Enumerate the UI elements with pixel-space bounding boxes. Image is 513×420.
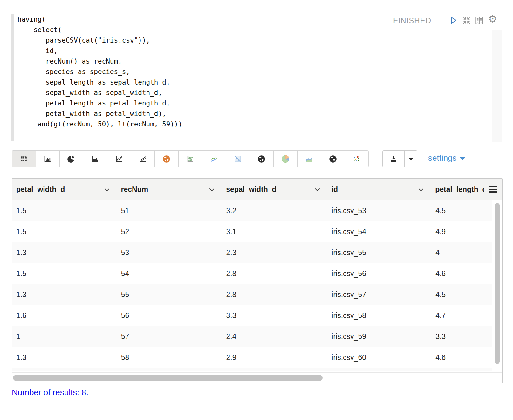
table-body: 1.5 51 3.2 iris.csv_53 4.5 1.5 52 3.1 ir… — [12, 200, 492, 371]
download-button-group — [382, 150, 417, 167]
code-line: and(gt(recNum, 50), lt(recNum, 59))) — [14, 119, 182, 130]
cell: 2.3 — [222, 242, 327, 263]
settings-toggle[interactable]: settings — [428, 153, 465, 163]
code-editor[interactable]: having( select( parseCSV(cat("iris.csv")… — [14, 14, 182, 130]
table-menu-button[interactable] — [484, 179, 502, 200]
chart-button-area-colored[interactable] — [297, 151, 321, 167]
chart-button-map-orange[interactable] — [154, 151, 178, 167]
chevron-down-icon[interactable] — [209, 188, 215, 192]
column-header-petal-width[interactable]: petal_width_d — [12, 179, 117, 200]
chart-button-bubble[interactable] — [178, 151, 202, 167]
cell: 4 — [431, 242, 492, 263]
horizontal-scrollbar-thumb[interactable] — [13, 375, 323, 381]
scatter-chart-icon — [139, 155, 147, 163]
scatter-colored-icon — [352, 155, 361, 163]
code-line: sepal_length as sepal_length_d, — [14, 77, 182, 88]
download-button[interactable] — [383, 151, 405, 167]
area-chart-icon — [91, 155, 99, 163]
cell: iris.csv_54 — [327, 221, 431, 242]
settings-label: settings — [428, 153, 457, 163]
cell: 4.5 — [431, 200, 492, 221]
chart-button-scatter-colored[interactable] — [345, 151, 368, 167]
cell: 3.3 — [431, 326, 492, 347]
cell: iris.csv_59 — [327, 326, 431, 347]
column-header-recnum[interactable]: recNum — [117, 179, 222, 200]
heatmap-icon — [234, 155, 242, 163]
gear-glyph: ⚙︎ — [488, 14, 497, 24]
column-label: petal_width_d — [16, 185, 65, 194]
table-row[interactable]: 1.5 51 3.2 iris.csv_53 4.5 — [12, 200, 492, 221]
table-row[interactable]: 1.3 53 2.3 iris.csv_55 4 — [12, 242, 492, 263]
chart-button-multiline[interactable] — [202, 151, 226, 167]
cell: iris.csv_55 — [327, 242, 431, 263]
hamburger-icon — [489, 186, 497, 193]
download-options-button[interactable] — [405, 151, 417, 167]
gear-icon[interactable]: ⚙︎ — [488, 14, 498, 24]
column-label: sepal_width_d — [226, 185, 276, 194]
table-row[interactable]: 1.6 56 3.3 iris.csv_58 4.7 — [12, 305, 492, 326]
book-icon[interactable] — [474, 15, 484, 25]
code-line: select( — [14, 25, 182, 35]
cell: 2.8 — [222, 263, 327, 284]
table-row[interactable]: 1 57 2.4 iris.csv_59 3.3 — [12, 326, 492, 347]
chart-button-area[interactable] — [83, 151, 107, 167]
column-header-petal-length[interactable]: petal_length_d — [431, 179, 484, 200]
chevron-down-icon[interactable] — [315, 188, 320, 192]
table-row[interactable]: 1.3 58 2.9 iris.csv_60 4.6 — [12, 347, 492, 368]
editor-scrollbar-track[interactable] — [492, 30, 502, 142]
chart-type-toolbar — [12, 150, 369, 167]
cell: 56 — [117, 305, 222, 326]
chart-button-table[interactable] — [12, 151, 36, 167]
cell: 55 — [117, 284, 222, 305]
pie-chart-icon — [67, 155, 75, 163]
chevron-down-icon[interactable] — [418, 188, 424, 192]
cell: 4.5 — [431, 284, 492, 305]
chart-button-map-dark-2[interactable] — [321, 151, 345, 167]
column-header-id[interactable]: id — [327, 179, 431, 200]
code-line: recNum() as recNum, — [14, 56, 182, 67]
cell: 2.8 — [222, 284, 327, 305]
code-line: parseCSV(cat("iris.csv")), — [14, 35, 182, 46]
chart-button-pie-colored[interactable] — [273, 151, 297, 167]
chart-button-bar[interactable] — [36, 151, 59, 167]
column-header-sepal-width[interactable]: sepal_width_d — [222, 179, 327, 200]
results-count-text: Number of results: 8. — [12, 388, 88, 397]
multi-line-chart-icon — [210, 155, 218, 163]
cell: iris.csv_58 — [327, 305, 431, 326]
code-line: petal_length as petal_length_d, — [14, 98, 182, 109]
globe-orange-icon — [162, 155, 171, 163]
run-icon[interactable] — [448, 15, 458, 25]
chevron-down-icon[interactable] — [104, 188, 110, 192]
cell: iris.csv_53 — [327, 200, 431, 221]
cell: 1.5 — [12, 263, 117, 284]
vertical-scrollbar[interactable] — [495, 203, 500, 364]
horizontal-scrollbar-track[interactable] — [12, 372, 502, 383]
paragraph-status: FINISHED — [393, 16, 431, 25]
chart-button-heatmap[interactable] — [226, 151, 250, 167]
cell: 58 — [117, 347, 222, 368]
open-book-icon — [474, 16, 484, 25]
cell: 1.3 — [12, 242, 117, 263]
cell: 1 — [12, 326, 117, 347]
code-line: species as species_s, — [14, 67, 182, 77]
chart-button-pie[interactable] — [59, 151, 83, 167]
table-row[interactable]: 1.5 52 3.1 iris.csv_54 4.9 — [12, 221, 492, 242]
results-table: petal_width_d recNum sepal_width_d id pe… — [12, 178, 503, 383]
cell: 4.6 — [431, 347, 492, 368]
table-row[interactable]: 1.3 55 2.8 iris.csv_57 4.5 — [12, 284, 492, 305]
shrink-icon[interactable] — [462, 15, 472, 25]
code-line: petal_width as petal_width_d), — [14, 109, 182, 119]
cell: 2.4 — [222, 326, 327, 347]
chart-button-line[interactable] — [107, 151, 131, 167]
code-line: having( — [14, 14, 182, 25]
code-line: sepal_width as sepal_width_d, — [14, 88, 182, 98]
cell: 1.3 — [12, 347, 117, 368]
chart-button-scatter[interactable] — [131, 151, 154, 167]
table-row[interactable]: 1.5 54 2.8 iris.csv_56 4.6 — [12, 263, 492, 284]
chart-button-map-dark[interactable] — [250, 151, 273, 167]
cell: 51 — [117, 200, 222, 221]
caret-down-icon — [408, 158, 414, 160]
table-row-clipped — [12, 368, 492, 371]
cell: iris.csv_56 — [327, 263, 431, 284]
cell: 4.9 — [431, 221, 492, 242]
